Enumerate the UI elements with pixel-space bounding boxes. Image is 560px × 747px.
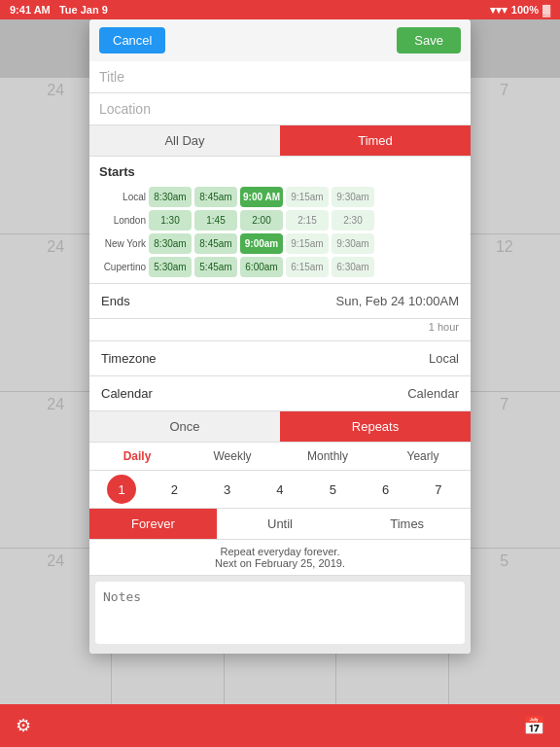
repeat-info-line2: Next on February 25, 2019. xyxy=(99,557,461,569)
daily-tab[interactable]: Daily xyxy=(89,443,185,470)
calendar-icon[interactable]: 📅 xyxy=(523,715,544,736)
battery-icon: ▓ xyxy=(542,4,550,16)
time-grid: Local 8:30am 8:45am 9:00 AM 9:15am 9:30a… xyxy=(95,187,465,277)
allday-button[interactable]: All Day xyxy=(89,125,280,156)
timezone-label: Timezone xyxy=(101,351,157,366)
local-tz-label: Local xyxy=(95,192,146,202)
repeat-info-line1: Repeat everyday forever. xyxy=(99,546,461,557)
time-cell-selected[interactable]: 9:00 AM xyxy=(240,187,283,207)
modal-header: Cancel Save xyxy=(89,19,471,61)
time-cell[interactable]: 2:00 xyxy=(240,210,283,231)
calendar-value: Calendar xyxy=(407,386,459,401)
day-num-4[interactable]: 4 xyxy=(265,475,295,504)
newyork-time-row: New York 8:30am 8:45am 9:00am 9:15am 9:3… xyxy=(95,233,465,254)
bottom-bar: ⚙ 📅 xyxy=(0,704,560,747)
time-cell[interactable]: 6:15am xyxy=(286,257,329,277)
yearly-tab[interactable]: Yearly xyxy=(375,443,471,470)
london-tz-label: London xyxy=(95,215,146,226)
day-num-3[interactable]: 3 xyxy=(213,475,242,504)
repeat-info: Repeat everyday forever. Next on Februar… xyxy=(89,540,471,576)
time-cell[interactable]: 5:45am xyxy=(194,257,237,277)
weekly-tab[interactable]: Weekly xyxy=(185,443,280,470)
time-cell[interactable]: 1:45 xyxy=(194,210,237,231)
london-time-row: London 1:30 1:45 2:00 2:15 2:30 xyxy=(95,210,465,231)
day-num-5[interactable]: 5 xyxy=(318,475,347,504)
ends-label: Ends xyxy=(101,294,130,308)
timezone-row[interactable]: Timezone Local xyxy=(89,341,471,376)
battery-text: 100% xyxy=(511,4,539,16)
time-cell[interactable]: 9:30am xyxy=(332,233,374,254)
until-button[interactable]: Until xyxy=(217,509,344,539)
settings-icon[interactable]: ⚙ xyxy=(16,715,31,736)
starts-section: Starts Local 8:30am 8:45am 9:00 AM 9:15a… xyxy=(89,157,471,284)
local-time-row: Local 8:30am 8:45am 9:00 AM 9:15am 9:30a… xyxy=(95,187,465,207)
notes-input[interactable] xyxy=(95,582,465,644)
starts-label: Starts xyxy=(89,157,471,183)
frequency-tabs: Daily Weekly Monthly Yearly xyxy=(89,443,471,471)
timed-button[interactable]: Timed xyxy=(280,125,471,156)
times-button[interactable]: Times xyxy=(343,509,471,539)
allday-timed-toggle: All Day Timed xyxy=(89,125,471,157)
time-cell[interactable]: 9:30am xyxy=(332,187,374,207)
time-cell[interactable]: 8:45am xyxy=(194,233,237,254)
once-repeats-toggle: Once Repeats xyxy=(89,411,471,443)
time-cell[interactable]: 5:30am xyxy=(149,257,192,277)
time-cell[interactable]: 1:30 xyxy=(149,210,192,231)
save-button[interactable]: Save xyxy=(397,27,461,53)
status-time: 9:41 AM Tue Jan 9 xyxy=(10,4,108,16)
location-input[interactable] xyxy=(89,93,471,125)
time-cell[interactable]: 9:15am xyxy=(286,187,329,207)
time-cell[interactable]: 8:30am xyxy=(149,233,192,254)
day-num-2[interactable]: 2 xyxy=(159,475,189,504)
title-input[interactable] xyxy=(89,61,471,93)
time-cell-selected[interactable]: 9:00am xyxy=(240,233,283,254)
time-cell[interactable]: 8:30am xyxy=(149,187,192,207)
forever-button[interactable]: Forever xyxy=(89,509,217,539)
calendar-label: Calendar xyxy=(101,386,153,401)
calendar-row[interactable]: Calendar Calendar xyxy=(89,376,471,411)
status-right: ▾▾▾ 100% ▓ xyxy=(490,4,550,17)
notes-area xyxy=(89,576,471,654)
time-cell[interactable]: 2:15 xyxy=(286,210,329,231)
time-cell[interactable]: 2:30 xyxy=(332,210,374,231)
ends-duration: 1 hour xyxy=(89,319,471,341)
cupertino-tz-label: Cupertino xyxy=(95,262,146,272)
day-num-1[interactable]: 1 xyxy=(107,475,136,504)
cupertino-time-row: Cupertino 5:30am 5:45am 6:00am 6:15am 6:… xyxy=(95,257,465,277)
cancel-button[interactable]: Cancel xyxy=(99,27,165,53)
day-number-row: 1 2 3 4 5 6 7 xyxy=(89,471,471,509)
once-button[interactable]: Once xyxy=(89,411,280,442)
time-cell[interactable]: 6:30am xyxy=(332,257,374,277)
time-cell[interactable]: 9:15am xyxy=(286,233,329,254)
status-bar: 9:41 AM Tue Jan 9 ▾▾▾ 100% ▓ xyxy=(0,0,560,19)
ends-value: Sun, Feb 24 10:00AM xyxy=(336,294,459,308)
ends-row[interactable]: Ends Sun, Feb 24 10:00AM xyxy=(89,284,471,319)
monthly-tab[interactable]: Monthly xyxy=(280,443,375,470)
forever-until-times-row: Forever Until Times xyxy=(89,509,471,540)
repeats-button[interactable]: Repeats xyxy=(280,411,471,442)
event-modal: Cancel Save All Day Timed Starts Local 8… xyxy=(89,19,471,654)
wifi-icon: ▾▾▾ xyxy=(490,4,508,17)
day-num-6[interactable]: 6 xyxy=(371,475,401,504)
day-num-7[interactable]: 7 xyxy=(424,475,453,504)
time-cell[interactable]: 8:45am xyxy=(194,187,237,207)
time-cell[interactable]: 6:00am xyxy=(240,257,283,277)
newyork-tz-label: New York xyxy=(95,238,146,249)
timezone-value: Local xyxy=(429,351,459,366)
time-scroll[interactable]: Local 8:30am 8:45am 9:00 AM 9:15am 9:30a… xyxy=(89,183,471,283)
